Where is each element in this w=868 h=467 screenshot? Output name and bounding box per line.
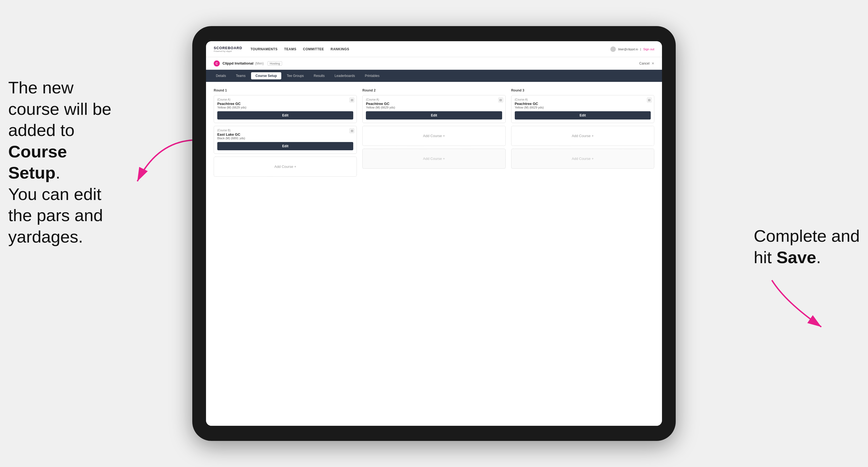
round-2-course-a-delete[interactable]: ⊟ [498, 97, 503, 102]
round-3-add-course-disabled-icon: + [592, 157, 594, 161]
round-3-add-course-disabled: Add Course + [511, 149, 654, 169]
main-content: Round 1 (Course A) Peachtree GC Yellow (… [206, 82, 662, 426]
round-3-add-course-button[interactable]: Add Course + [511, 126, 654, 146]
round-1-course-a-details: Yellow (M) (6629 yds) [217, 106, 353, 109]
round-2-add-course-disabled: Add Course + [362, 149, 505, 169]
tournament-name: Clippd Invitational [222, 61, 253, 65]
round-3-label: Round 3 [511, 89, 654, 92]
round-1-label: Round 1 [214, 89, 357, 92]
round-1-column: Round 1 (Course A) Peachtree GC Yellow (… [214, 89, 357, 179]
user-email: blair@clippd.io [618, 48, 638, 51]
round-1-course-a-name: Peachtree GC [217, 102, 353, 106]
rounds-grid: Round 1 (Course A) Peachtree GC Yellow (… [214, 89, 654, 179]
logo-scoreboard: SCOREBOARD [214, 46, 242, 50]
tab-bar: Details Teams Course Setup Tee Groups Re… [206, 70, 662, 82]
tablet-device: SCOREBOARD Powered by clippd TOURNAMENTS… [192, 26, 676, 441]
nav-teams[interactable]: TEAMS [284, 46, 297, 52]
round-2-course-a-card: (Course A) Peachtree GC Yellow (M) (6629… [362, 95, 505, 123]
tab-printables[interactable]: Printables [361, 72, 384, 80]
round-1-course-a-tag: (Course A) [217, 98, 353, 101]
tab-leaderboards[interactable]: Leaderboards [330, 72, 359, 80]
round-3-column: Round 3 (Course A) Peachtree GC Yellow (… [511, 89, 654, 179]
nav-committee[interactable]: COMMITTEE [303, 46, 324, 52]
tab-course-setup[interactable]: Course Setup [251, 72, 281, 80]
tournament-division: (Men) [255, 62, 264, 65]
round-2-course-a-tag: (Course A) [366, 98, 502, 101]
round-3-add-course-icon: + [592, 134, 594, 138]
sign-out-link[interactable]: Sign out [643, 48, 654, 51]
round-2-add-course-button[interactable]: Add Course + [362, 126, 505, 146]
tab-details[interactable]: Details [212, 72, 230, 80]
round-2-add-course-disabled-label: Add Course [423, 157, 442, 161]
arrow-left-icon [115, 137, 198, 192]
tournament-bar: C Clippd Invitational (Men) Hosting Canc… [206, 57, 662, 70]
tournament-hosting-badge: Hosting [268, 61, 282, 66]
round-3-course-a-card: (Course A) Peachtree GC Yellow (M) (6629… [511, 95, 654, 123]
round-1-course-b-tag: (Course B) [217, 129, 353, 132]
separator: | [640, 48, 641, 51]
nav-right: blair@clippd.io | Sign out [610, 46, 654, 52]
tab-teams[interactable]: Teams [231, 72, 250, 80]
round-1-add-course-label: Add Course [274, 164, 293, 169]
round-3-add-course-label: Add Course [571, 134, 591, 138]
round-3-course-a-delete[interactable]: ⊟ [647, 97, 652, 102]
round-3-course-a-edit-button[interactable]: Edit [515, 111, 651, 120]
annotation-right: Complete and hit Save. [754, 225, 860, 268]
round-2-course-a-name: Peachtree GC [366, 102, 502, 106]
tab-tee-groups[interactable]: Tee Groups [282, 72, 308, 80]
round-3-add-course-disabled-label: Add Course [571, 157, 591, 161]
tab-results[interactable]: Results [309, 72, 329, 80]
round-2-add-course-disabled-icon: + [443, 157, 445, 161]
round-2-column: Round 2 (Course A) Peachtree GC Yellow (… [362, 89, 505, 179]
arrow-right-icon [764, 275, 840, 338]
top-nav: SCOREBOARD Powered by clippd TOURNAMENTS… [206, 41, 662, 57]
tournament-logo: C [214, 60, 220, 66]
round-2-course-a-details: Yellow (M) (6629 yds) [366, 106, 502, 109]
round-3-course-a-details: Yellow (M) (6629 yds) [515, 106, 651, 109]
nav-rankings[interactable]: RANKINGS [331, 46, 349, 52]
round-1-course-a-delete[interactable]: ⊟ [349, 97, 354, 102]
cancel-button[interactable]: Cancel ✕ [639, 62, 654, 65]
nav-tournaments[interactable]: TOURNAMENTS [250, 46, 278, 52]
round-1-add-course-icon: + [294, 164, 297, 169]
cancel-x-icon: ✕ [652, 62, 654, 65]
round-1-course-b-details: Black (M) (6891 yds) [217, 136, 353, 140]
round-1-course-a-card: (Course A) Peachtree GC Yellow (M) (6629… [214, 95, 357, 123]
logo-powered: Powered by clippd [214, 50, 242, 53]
round-1-course-b-edit-button[interactable]: Edit [217, 142, 353, 150]
round-1-course-b-card: (Course B) East Lake GC Black (M) (6891 … [214, 126, 357, 154]
round-2-add-course-label: Add Course [423, 134, 442, 138]
round-2-course-a-edit-button[interactable]: Edit [366, 111, 502, 120]
round-1-course-b-name: East Lake GC [217, 132, 353, 136]
round-1-course-a-edit-button[interactable]: Edit [217, 111, 353, 120]
avatar [610, 46, 616, 52]
round-1-course-b-delete[interactable]: ⊟ [349, 128, 354, 133]
round-3-course-a-name: Peachtree GC [515, 102, 651, 106]
round-3-course-a-tag: (Course A) [515, 98, 651, 101]
tablet-screen: SCOREBOARD Powered by clippd TOURNAMENTS… [206, 41, 662, 426]
round-2-label: Round 2 [362, 89, 505, 92]
nav-links: TOURNAMENTS TEAMS COMMITTEE RANKINGS [250, 46, 611, 52]
round-1-add-course-button[interactable]: Add Course + [214, 157, 357, 177]
logo-area: SCOREBOARD Powered by clippd [214, 46, 242, 53]
annotation-left: The new course will be added to Course S… [8, 77, 124, 247]
round-2-add-course-icon: + [443, 134, 445, 138]
